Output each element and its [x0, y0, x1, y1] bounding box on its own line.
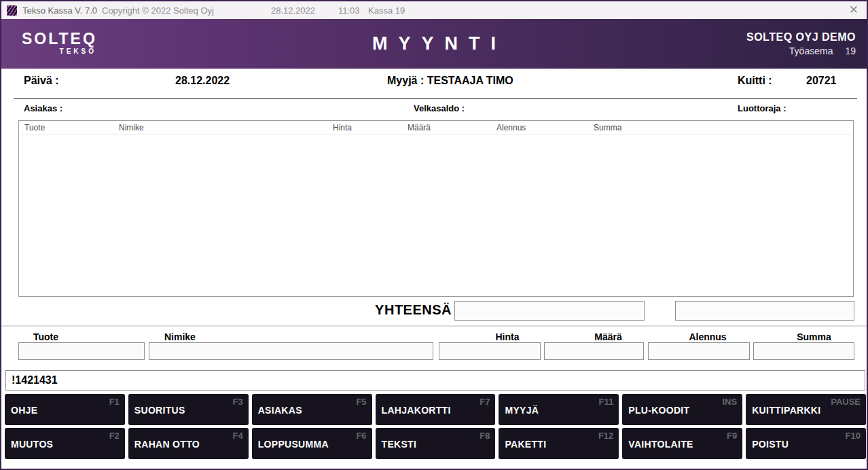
f11-key-label: F11	[599, 397, 614, 407]
workstation-info: Työasema19	[746, 46, 856, 56]
f8-key-label: F8	[480, 431, 490, 441]
section-separator	[1, 325, 867, 327]
kuittiparkki-button[interactable]: PAUSE KUITTIPARKKI	[746, 394, 866, 425]
entry-field-summa: Summa	[753, 331, 854, 342]
suoritus-button[interactable]: F3 SUORITUS	[128, 394, 249, 425]
hinta-input[interactable]	[439, 342, 541, 360]
loppusumma-button[interactable]: F6 LOPPUSUMMA	[252, 428, 372, 459]
command-line-input[interactable]	[5, 370, 865, 391]
customer-label: Asiakas :	[24, 103, 62, 113]
pause-key-label: PAUSE	[831, 397, 861, 407]
seller-label: Myyjä :	[387, 75, 424, 86]
app-window: Tekso Kassa V. 7.0 Copyright © 2022 Solt…	[0, 0, 868, 470]
page-title: MYYNTI	[1, 33, 867, 54]
customer-info-row: Asiakas : Velkasaldo : Luottoraja :	[1, 103, 867, 115]
entry-field-maara: Määrä	[544, 331, 644, 342]
teksti-button[interactable]: F8 TEKSTI	[376, 428, 496, 459]
company-name: SOLTEQ OYJ DEMO	[746, 31, 856, 43]
entry-field-alennus: Alennus	[648, 331, 750, 342]
entry-field-nimike: Nimike	[149, 331, 433, 342]
entry-field-hinta: Hinta	[439, 331, 541, 342]
copyright-text: Copyright © 2022 Solteq Oyj	[102, 5, 214, 16]
f4-key-label: F4	[233, 431, 243, 441]
poistu-button[interactable]: F10 POISTU	[746, 428, 866, 459]
col-header-summa: Summa	[594, 123, 621, 132]
alennus-input[interactable]	[648, 342, 750, 360]
debt-balance-label: Velkasaldo :	[414, 103, 465, 113]
f3-key-label: F3	[233, 397, 243, 407]
table-body-empty	[19, 135, 853, 296]
receipt-number: 20721	[806, 75, 837, 87]
ohje-button[interactable]: F1 OHJE	[5, 394, 125, 425]
nimike-input[interactable]	[149, 342, 433, 360]
titlebar-time: 11:03	[338, 5, 360, 16]
total-secondary-field	[675, 301, 854, 321]
f12-key-label: F12	[598, 431, 613, 441]
ins-key-label: INS	[722, 397, 737, 407]
close-icon[interactable]: ✕	[849, 3, 858, 17]
hinta-field-label: Hinta	[439, 331, 541, 342]
workstation-number: 19	[845, 46, 856, 56]
function-key-grid: F1 OHJE F3 SUORITUS F5 ASIAKAS F7 LAHJAK…	[5, 394, 866, 459]
alennus-field-label: Alennus	[648, 331, 750, 342]
tuote-field-label: Tuote	[18, 331, 145, 342]
summa-input[interactable]	[753, 342, 854, 360]
workstation-label: Työasema	[789, 46, 833, 56]
credit-limit-label: Luottoraja :	[738, 103, 786, 113]
window-title: Tekso Kassa V. 7.0	[22, 5, 97, 16]
f6-key-label: F6	[356, 431, 366, 441]
f1-key-label: F1	[109, 397, 120, 407]
f10-key-label: F10	[846, 431, 861, 441]
header-right-block: SOLTEQ OYJ DEMO Työasema19	[746, 31, 856, 56]
titlebar-date: 28.12.2022	[271, 5, 315, 16]
total-amount-field	[454, 301, 645, 321]
f7-key-label: F7	[480, 397, 490, 407]
seller-value: TESTAAJA TIMO	[427, 75, 513, 86]
myyja-button[interactable]: F11 MYYJÄ	[499, 394, 619, 425]
titlebar-register: Kassa 19	[368, 5, 405, 16]
asiakas-button[interactable]: F5 ASIAKAS	[252, 394, 372, 425]
f2-key-label: F2	[109, 431, 120, 441]
plu-koodit-button[interactable]: INS PLU-KOODIT	[622, 394, 742, 425]
col-header-nimike: Nimike	[119, 123, 144, 132]
col-header-alennus: Alennus	[496, 123, 526, 132]
muutos-button[interactable]: F2 MUUTOS	[5, 428, 125, 459]
receipt-label: Kuitti :	[738, 75, 772, 87]
col-header-maara: Määrä	[408, 123, 431, 132]
tuote-input[interactable]	[18, 342, 145, 360]
sale-info-row: Päivä : 28.12.2022 Myyjä : TESTAAJA TIMO…	[1, 75, 867, 92]
app-logo-icon	[7, 5, 17, 16]
summa-field-label: Summa	[753, 331, 854, 342]
titlebar: Tekso Kassa V. 7.0 Copyright © 2022 Solt…	[1, 1, 867, 19]
total-label: YHTEENSÄ	[368, 302, 452, 318]
nimike-field-label: Nimike	[149, 331, 433, 342]
vaihtolaite-button[interactable]: F9 VAIHTOLAITE	[622, 428, 742, 459]
date-value: 28.12.2022	[175, 75, 230, 87]
divider-line	[14, 98, 857, 99]
paketti-button[interactable]: F12 PAKETTI	[499, 428, 619, 459]
maara-input[interactable]	[544, 342, 644, 360]
col-header-tuote: Tuote	[24, 123, 45, 132]
date-label: Päivä :	[24, 75, 59, 87]
col-header-hinta: Hinta	[333, 123, 352, 132]
f5-key-label: F5	[356, 397, 366, 407]
rahan-otto-button[interactable]: F4 RAHAN OTTO	[128, 428, 249, 459]
app-header: SOLTEQ TEKSO MYYNTI SOLTEQ OYJ DEMO Työa…	[1, 19, 867, 69]
entry-field-tuote: Tuote	[18, 331, 145, 342]
table-header-row: Tuote Nimike Hinta Määrä Alennus Summa	[19, 121, 853, 135]
sale-items-table: Tuote Nimike Hinta Määrä Alennus Summa	[18, 120, 854, 297]
f9-key-label: F9	[727, 431, 737, 441]
seller-info: Myyjä : TESTAAJA TIMO	[387, 75, 513, 87]
lahjakortti-button[interactable]: F7 LAHJAKORTTI	[376, 394, 496, 425]
maara-field-label: Määrä	[544, 331, 644, 342]
